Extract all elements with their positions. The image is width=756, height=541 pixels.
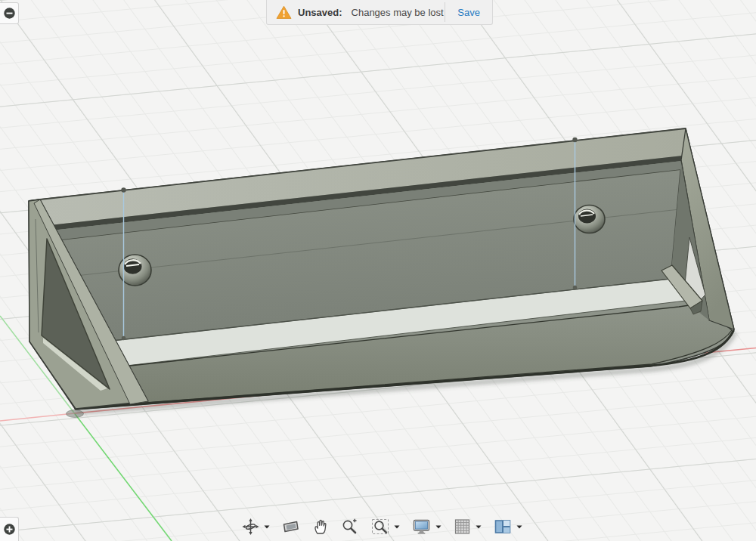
save-button[interactable]: Save (445, 0, 492, 24)
fit-dropdown-caret[interactable] (394, 524, 401, 530)
orbit-icon (242, 518, 260, 536)
pan-hand-icon (312, 518, 329, 536)
grid-icon (454, 518, 472, 536)
look-at-button[interactable] (281, 517, 301, 536)
save-bar: Unsaved: Changes may be lost Save (266, 0, 493, 25)
navigation-toolbar (241, 517, 523, 536)
minus-circle-icon (3, 7, 16, 20)
grid-dropdown-caret[interactable] (476, 524, 482, 530)
viewports-dropdown-caret[interactable] (516, 524, 523, 530)
origin-marker[interactable] (67, 410, 84, 418)
grid-and-snaps-button[interactable] (453, 517, 472, 536)
display-settings-button[interactable] (411, 517, 432, 536)
countersunk-hole-right (574, 206, 605, 233)
collapse-panel-button[interactable] (0, 2, 19, 24)
fit-button[interactable] (370, 517, 391, 536)
plus-circle-icon (3, 523, 16, 536)
fusion-viewport: Unsaved: Changes may be lost Save (0, 0, 756, 541)
unsaved-status-label: Unsaved: (298, 7, 342, 18)
look-at-icon (282, 518, 300, 536)
orbit-dropdown-caret[interactable] (264, 524, 271, 530)
viewports-button[interactable] (493, 517, 513, 536)
zoom-magnifier-icon (341, 518, 359, 536)
fit-magnifier-icon (371, 518, 390, 536)
expand-panel-button[interactable] (0, 517, 19, 541)
viewports-icon (494, 518, 513, 536)
unsaved-status-message: Changes may be lost (352, 7, 444, 18)
zoom-button[interactable] (340, 517, 360, 536)
display-monitor-icon (412, 518, 432, 536)
orbit-button[interactable] (241, 517, 261, 536)
viewport-canvas[interactable] (0, 0, 756, 541)
pan-button[interactable] (311, 517, 330, 536)
warning-triangle-icon (276, 5, 292, 20)
display-dropdown-caret[interactable] (435, 524, 442, 530)
